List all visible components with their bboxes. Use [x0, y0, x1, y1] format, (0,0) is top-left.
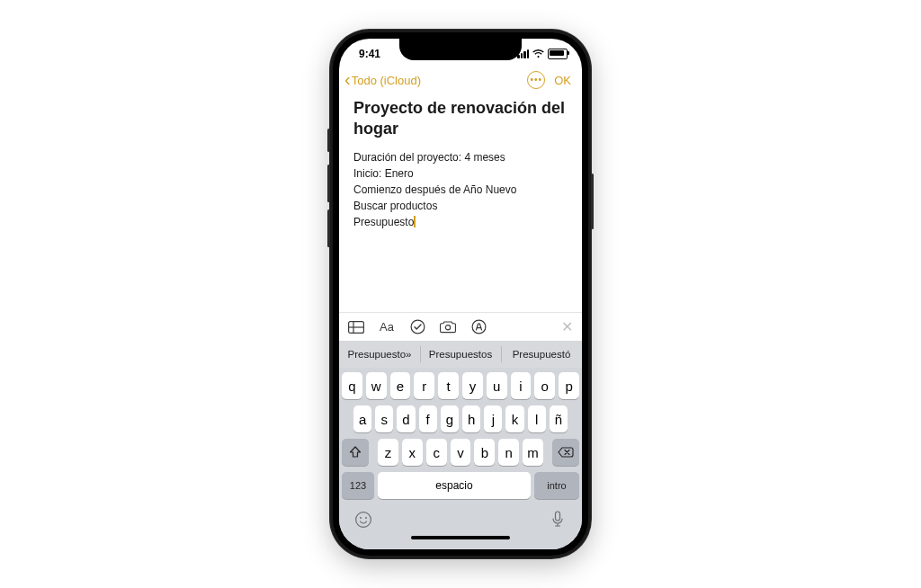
back-button[interactable]: ‹ Todo (iCloud)	[344, 72, 421, 88]
shift-icon	[349, 446, 362, 459]
key-u[interactable]: u	[487, 372, 507, 399]
keyboard: qwertyuiop asdfghjklñ zxcvbnm 123 espac	[339, 368, 582, 549]
key-n[interactable]: n	[498, 439, 519, 466]
key-w[interactable]: w	[366, 372, 387, 399]
nav-bar: ‹ Todo (iCloud) ••• OK	[339, 69, 582, 94]
text-cursor	[414, 216, 416, 227]
svg-point-5	[472, 320, 486, 334]
volume-down-button	[327, 209, 330, 247]
done-button[interactable]: OK	[554, 74, 571, 87]
more-button[interactable]: •••	[527, 71, 545, 89]
emoji-icon	[354, 511, 372, 529]
key-t[interactable]: t	[438, 372, 459, 399]
svg-point-4	[445, 325, 450, 330]
note-line: Buscar productos	[353, 198, 568, 214]
close-toolbar-button[interactable]: ✕	[561, 318, 573, 335]
checklist-button[interactable]	[409, 319, 425, 335]
key-g[interactable]: g	[441, 405, 459, 432]
keyboard-region: Aa ✕	[339, 312, 582, 549]
key-p[interactable]: p	[559, 372, 579, 399]
svg-point-7	[360, 517, 362, 519]
return-key[interactable]: intro	[534, 472, 579, 499]
key-f[interactable]: f	[419, 405, 437, 432]
numbers-key[interactable]: 123	[342, 472, 374, 499]
key-i[interactable]: i	[511, 372, 532, 399]
shift-key[interactable]	[342, 439, 369, 466]
notch	[399, 39, 522, 60]
iphone-frame: 9:41 ‹ Todo (iCloud) •••	[330, 30, 591, 558]
home-indicator[interactable]	[411, 536, 510, 539]
dictation-button[interactable]	[549, 511, 567, 529]
key-a[interactable]: a	[353, 405, 371, 432]
back-label: Todo (iCloud)	[352, 74, 421, 87]
volume-up-button	[327, 165, 330, 202]
key-z[interactable]: z	[378, 439, 398, 466]
note-line: Duración del proyecto: 4 meses	[353, 149, 568, 165]
note-editor[interactable]: Proyecto de renovación del hogar Duració…	[339, 94, 582, 230]
note-title: Proyecto de renovación del hogar	[353, 98, 568, 138]
note-line: Comienzo después de Año Nuevo	[353, 182, 568, 198]
svg-point-3	[411, 320, 425, 334]
key-d[interactable]: d	[397, 405, 415, 432]
key-s[interactable]: s	[375, 405, 393, 432]
screen: 9:41 ‹ Todo (iCloud) •••	[339, 39, 582, 549]
note-line: Presupuesto	[353, 214, 568, 230]
key-l[interactable]: l	[528, 405, 546, 432]
mic-icon	[551, 511, 564, 529]
note-line: Inicio: Enero	[353, 165, 568, 182]
ellipsis-icon: •••	[530, 76, 542, 85]
suggestion-bar: Presupuesto» Presupuestos Presupuestó	[339, 341, 582, 368]
table-button[interactable]	[348, 319, 364, 335]
close-icon: ✕	[561, 319, 573, 334]
emoji-button[interactable]	[354, 511, 372, 529]
battery-icon	[548, 49, 568, 59]
markup-button[interactable]	[470, 319, 487, 335]
backspace-key[interactable]	[552, 439, 579, 466]
key-b[interactable]: b	[474, 439, 495, 466]
spacebar-key[interactable]: espacio	[378, 472, 531, 499]
format-button[interactable]: Aa	[379, 319, 395, 335]
key-k[interactable]: k	[505, 405, 523, 432]
key-x[interactable]: x	[402, 439, 423, 466]
suggestion[interactable]: Presupuesto»	[339, 341, 420, 368]
svg-point-8	[365, 517, 367, 519]
suggestion[interactable]: Presupuestó	[501, 341, 582, 368]
wifi-icon	[532, 49, 544, 58]
key-e[interactable]: e	[390, 372, 411, 399]
status-time: 9:41	[359, 48, 380, 60]
backspace-icon	[558, 447, 574, 458]
key-v[interactable]: v	[451, 439, 471, 466]
key-j[interactable]: j	[484, 405, 502, 432]
camera-button[interactable]	[440, 319, 456, 335]
key-ñ[interactable]: ñ	[550, 405, 568, 432]
key-r[interactable]: r	[414, 372, 434, 399]
svg-rect-9	[556, 512, 560, 521]
key-h[interactable]: h	[462, 405, 480, 432]
chevron-left-icon: ‹	[344, 70, 351, 88]
key-y[interactable]: y	[462, 372, 483, 399]
mute-switch	[327, 129, 330, 152]
key-c[interactable]: c	[426, 439, 447, 466]
key-q[interactable]: q	[342, 372, 362, 399]
suggestion[interactable]: Presupuestos	[420, 341, 501, 368]
key-o[interactable]: o	[534, 372, 555, 399]
key-m[interactable]: m	[523, 439, 543, 466]
svg-point-6	[356, 512, 371, 528]
power-button	[591, 174, 594, 229]
notes-toolbar: Aa ✕	[339, 312, 582, 341]
